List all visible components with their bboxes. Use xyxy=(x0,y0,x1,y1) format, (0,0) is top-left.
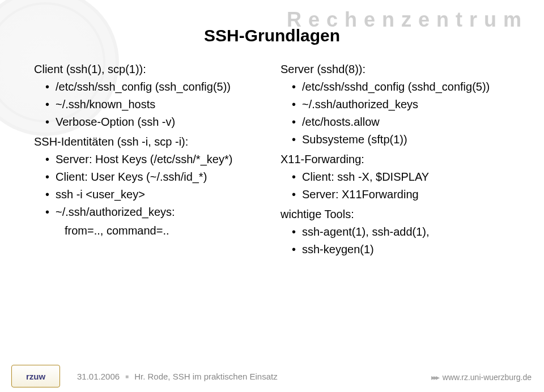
section-client: Client (ssh(1), scp(1)): /etc/ssh/ssh_co… xyxy=(34,62,264,129)
footer-date: 31.01.2006 xyxy=(77,372,120,381)
bullet-item: Subsysteme (sftp(1)) xyxy=(292,133,510,147)
bullet-list: /etc/ssh/sshd_config (sshd_config(5)) ~/… xyxy=(280,80,510,147)
chevrons-icon: ▸▸▸ xyxy=(431,373,438,382)
bullet-item: /etc/ssh/sshd_config (sshd_config(5)) xyxy=(292,80,510,94)
section-x11: X11-Forwarding: Client: ssh -X, $DISPLAY… xyxy=(280,152,510,202)
footer: rzuw 31.01.2006 ■ Hr. Rode, SSH im prakt… xyxy=(0,360,544,392)
slide: Rechenzentrum SSH-Grundlagen Client (ssh… xyxy=(0,0,544,392)
bullet-item: ~/.ssh/authorized_keys xyxy=(292,97,510,112)
bullet-item: /etc/ssh/ssh_config (ssh_config(5)) xyxy=(45,80,264,94)
bullet-item: ~/.ssh/known_hosts xyxy=(45,97,264,112)
footer-link: ▸▸▸ www.rz.uni-wuerzburg.de xyxy=(431,373,532,382)
bullet-item: Server: Host Keys (/etc/ssh/*_key*) xyxy=(45,152,264,167)
bullet-item: /etc/hosts.allow xyxy=(292,115,510,129)
slide-title: SSH-Grundlagen xyxy=(0,26,544,45)
separator-icon: ■ xyxy=(125,373,129,380)
bullet-item: ssh -i <user_key> xyxy=(45,188,264,202)
section-heading: wichtige Tools: xyxy=(280,207,510,221)
footer-subtitle: Hr. Rode, SSH im praktischen Einsatz xyxy=(134,372,278,381)
content-area: Client (ssh(1), scp(1)): /etc/ssh/ssh_co… xyxy=(34,62,510,343)
bullet-item: ~/.ssh/authorized_keys: xyxy=(45,205,264,219)
bullet-list: ssh-agent(1), ssh-add(1), ssh-keygen(1) xyxy=(280,225,510,257)
section-heading: Client (ssh(1), scp(1)): xyxy=(34,62,264,76)
bullet-subline: from=.., command=.. xyxy=(34,224,264,238)
section-server: Server (sshd(8)): /etc/ssh/sshd_config (… xyxy=(280,62,510,147)
section-heading: SSH-Identitäten (ssh -i, scp -i): xyxy=(34,135,264,149)
footer-url: www.rz.uni-wuerzburg.de xyxy=(443,373,532,382)
right-column: Server (sshd(8)): /etc/ssh/sshd_config (… xyxy=(280,62,510,343)
bullet-item: ssh-agent(1), ssh-add(1), xyxy=(292,225,510,239)
section-heading: X11-Forwarding: xyxy=(280,152,510,167)
bullet-item: Client: ssh -X, $DISPLAY xyxy=(292,170,510,184)
bullet-list: Client: ssh -X, $DISPLAY Server: X11Forw… xyxy=(280,170,510,202)
left-column: Client (ssh(1), scp(1)): /etc/ssh/ssh_co… xyxy=(34,62,264,343)
section-tools: wichtige Tools: ssh-agent(1), ssh-add(1)… xyxy=(280,207,510,257)
bullet-list: Server: Host Keys (/etc/ssh/*_key*) Clie… xyxy=(34,152,264,219)
bullet-item: ssh-keygen(1) xyxy=(292,242,510,257)
section-heading: Server (sshd(8)): xyxy=(280,62,510,76)
bullet-item: Server: X11Forwarding xyxy=(292,188,510,202)
bullet-item: Client: User Keys (~/.ssh/id_*) xyxy=(45,170,264,184)
bullet-list: /etc/ssh/ssh_config (ssh_config(5)) ~/.s… xyxy=(34,80,264,129)
bullet-item: Verbose-Option (ssh -v) xyxy=(45,115,264,129)
institution-logo: rzuw xyxy=(11,365,60,387)
section-identities: SSH-Identitäten (ssh -i, scp -i): Server… xyxy=(34,135,264,238)
